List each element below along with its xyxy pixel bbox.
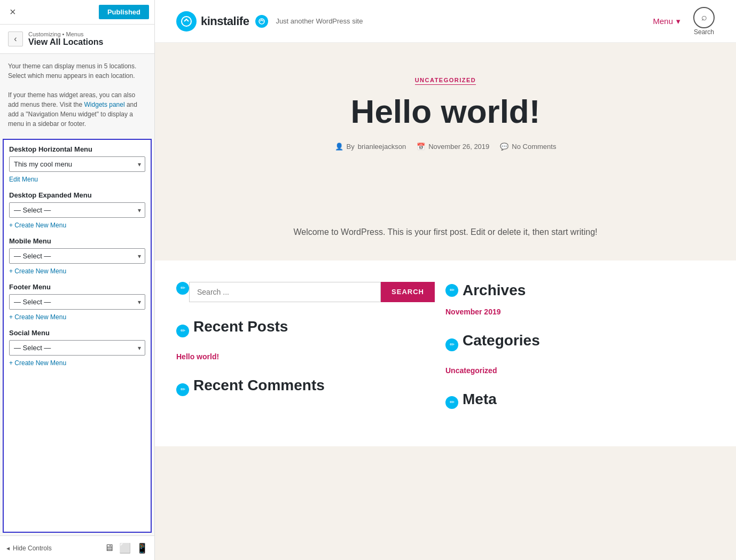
create-menu-link-footer[interactable]: + Create New Menu [9, 313, 66, 321]
hide-controls-button[interactable]: ◂ Hide Controls [6, 545, 52, 552]
search-button[interactable]: SEARCH [381, 282, 435, 302]
search-pencil-icon[interactable]: ✏ [176, 282, 189, 295]
categories-header: ✏ Categories [445, 332, 715, 358]
tablet-icon[interactable]: ⬜ [119, 542, 131, 554]
social-menu-select[interactable]: — Select — This my cool menu [9, 340, 145, 356]
menu-locations-container: Desktop Horizontal Menu This my cool men… [3, 139, 152, 533]
recent-comments-title: Recent Comments [193, 377, 325, 394]
recent-comments-widget: ✏ Recent Comments [176, 377, 435, 403]
menu-chevron-icon: ▾ [676, 17, 680, 26]
nav-menu[interactable]: Menu ▾ [653, 17, 680, 26]
site-logo [176, 11, 197, 31]
comment-icon: 💬 [500, 143, 508, 151]
author-label: By [347, 143, 355, 151]
header-right: Menu ▾ ⌕ Search [653, 7, 715, 36]
footer-menu-select[interactable]: — Select — This my cool menu [9, 294, 145, 310]
post-meta: 👤 By brianleejackson 📅 November 26, 2019… [176, 143, 715, 151]
search-input[interactable] [189, 282, 381, 302]
site-header: kinstalife Just another WordPress site M… [155, 0, 736, 43]
panel-description: Your theme can display menus in 5 locati… [0, 54, 154, 136]
category-item: Uncategorized [445, 366, 715, 375]
breadcrumb: Customizing • Menus View All Locations [28, 31, 103, 47]
comments-count: No Comments [512, 143, 556, 151]
widgets-area: ✏ SEARCH ✏ Recent Posts Hello world! ✏ R… [155, 261, 736, 446]
post-hero: UNCATEGORIZED Hello world! 👤 By brianlee… [155, 43, 736, 204]
meta-widget: ✏ Meta [445, 391, 715, 414]
desktop-icon[interactable]: 🖥 [104, 542, 114, 554]
archives-pencil-icon[interactable]: ✏ [445, 284, 458, 297]
widget-col-left: ✏ SEARCH ✏ Recent Posts Hello world! ✏ R… [176, 282, 445, 446]
view-all-label: View All Locations [28, 37, 103, 47]
mobile-menu-select[interactable]: — Select — This my cool menu [9, 248, 145, 264]
create-menu-link-mobile[interactable]: + Create New Menu [9, 267, 66, 275]
menu-label: Menu [653, 17, 673, 26]
search-widget: ✏ SEARCH [176, 282, 435, 302]
footer-menu-group: Footer Menu — Select — This my cool menu… [9, 283, 145, 321]
calendar-icon: 📅 [417, 143, 425, 151]
device-icons: 🖥 ⬜ 📱 [104, 542, 148, 554]
hide-controls-label: Hide Controls [13, 545, 52, 552]
meta-header: ✏ Meta [445, 391, 715, 414]
post-date: 📅 November 26, 2019 [417, 143, 489, 151]
widgets-panel-link[interactable]: Widgets panel [84, 101, 125, 108]
archives-title: Archives [463, 282, 526, 299]
author-name: brianleejackson [358, 143, 406, 151]
mobile-icon[interactable]: 📱 [136, 542, 148, 554]
mobile-menu-group: Mobile Menu — Select — This my cool menu… [9, 237, 145, 275]
create-menu-link-social[interactable]: + Create New Menu [9, 359, 66, 367]
footer-select-wrap: — Select — This my cool menu ▾ [9, 294, 145, 310]
desktop-horizontal-title: Desktop Horizontal Menu [9, 145, 145, 153]
site-tagline: Just another WordPress site [276, 17, 363, 25]
customizing-label: Customizing • Menus [28, 31, 103, 37]
meta-title: Meta [463, 391, 497, 408]
top-bar: × Published [0, 0, 154, 25]
recent-posts-title: Recent Posts [193, 318, 288, 335]
recent-posts-widget: ✏ Recent Posts Hello world! [176, 318, 435, 361]
post-author: 👤 By brianleejackson [335, 143, 406, 151]
chevron-left-icon: ◂ [6, 545, 10, 552]
categories-title: Categories [463, 332, 540, 349]
description-line2: If your theme has widget areas, you can … [8, 90, 146, 129]
search-label: Search [694, 28, 714, 36]
desktop-horizontal-select[interactable]: This my cool menu — Select — [9, 156, 145, 172]
back-arrow-button[interactable]: ‹ [8, 31, 23, 46]
site-name: kinstalife [201, 14, 249, 28]
bottom-bar: ◂ Hide Controls 🖥 ⬜ 📱 [0, 535, 154, 560]
archives-widget: ✏ Archives November 2019 [445, 282, 715, 316]
post-title: Hello world! [176, 93, 715, 130]
left-panel: × Published ‹ Customizing • Menus View A… [0, 0, 155, 560]
social-select-wrap: — Select — This my cool menu ▾ [9, 340, 145, 356]
search-form: ✏ SEARCH [176, 282, 435, 302]
post-category[interactable]: UNCATEGORIZED [415, 77, 476, 85]
description-line1: Your theme can display menus in 5 locati… [8, 61, 146, 81]
search-nav[interactable]: ⌕ Search [693, 7, 715, 36]
mobile-select-wrap: — Select — This my cool menu ▾ [9, 248, 145, 264]
widget-col-right: ✏ Archives November 2019 ✏ Categories Un… [445, 282, 715, 446]
recent-posts-pencil-icon[interactable]: ✏ [176, 325, 189, 337]
site-logo-secondary [255, 15, 268, 28]
close-button[interactable]: × [5, 4, 20, 20]
search-icon: ⌕ [693, 7, 715, 28]
mobile-menu-title: Mobile Menu [9, 237, 145, 245]
desktop-horizontal-group: Desktop Horizontal Menu This my cool men… [9, 145, 145, 184]
back-nav: ‹ Customizing • Menus View All Locations [0, 25, 154, 54]
recent-comments-header: ✏ Recent Comments [176, 377, 435, 403]
published-button[interactable]: Published [99, 5, 149, 19]
author-icon: 👤 [335, 143, 343, 151]
post-content: Welcome to WordPress. This is your first… [272, 204, 618, 261]
footer-menu-title: Footer Menu [9, 283, 145, 291]
post-comments: 💬 No Comments [500, 143, 556, 151]
meta-pencil-icon[interactable]: ✏ [445, 396, 458, 409]
recent-comments-pencil-icon[interactable]: ✏ [176, 383, 189, 396]
desktop-expanded-group: Desktop Expanded Menu — Select — This my… [9, 191, 145, 230]
preview-panel: kinstalife Just another WordPress site M… [155, 0, 736, 560]
post-date-value: November 26, 2019 [428, 143, 489, 151]
desktop-expanded-title: Desktop Expanded Menu [9, 191, 145, 199]
edit-menu-link[interactable]: Edit Menu [9, 176, 38, 183]
create-menu-link-expanded[interactable]: + Create New Menu [9, 222, 66, 229]
svg-point-0 [182, 17, 191, 26]
site-branding: kinstalife Just another WordPress site [176, 11, 363, 31]
desktop-horizontal-select-wrap: This my cool menu — Select — ▾ [9, 156, 145, 172]
categories-pencil-icon[interactable]: ✏ [445, 338, 458, 351]
desktop-expanded-select[interactable]: — Select — This my cool menu [9, 202, 145, 218]
